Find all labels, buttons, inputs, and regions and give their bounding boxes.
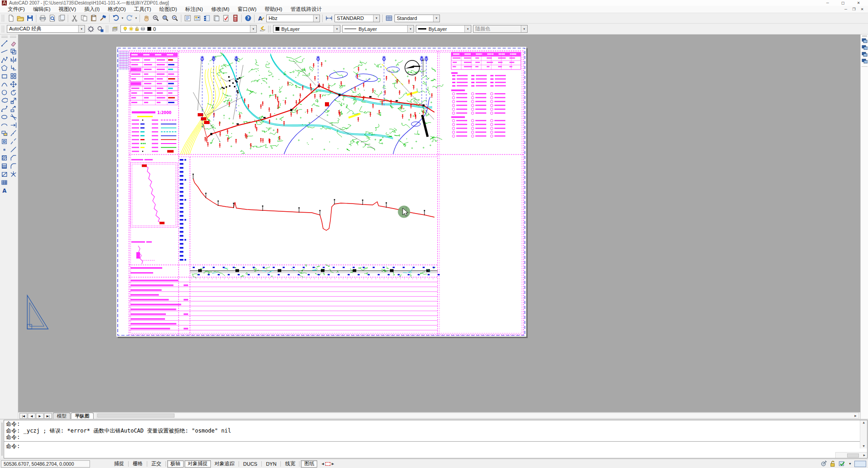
draw-make-block-tool[interactable] [0, 137, 9, 145]
draw-multiline-text-tool[interactable]: A [0, 186, 9, 194]
modify-copy-object-tool[interactable] [9, 47, 18, 55]
toggle-线宽[interactable]: 线宽 [282, 460, 298, 468]
communication-center-icon[interactable] [820, 460, 828, 468]
draw-rectangle-tool[interactable] [0, 72, 9, 80]
viewport-layout-icon[interactable] [862, 38, 868, 44]
table-style-icon[interactable] [384, 14, 394, 23]
modify-mirror-tool[interactable] [9, 55, 18, 64]
doc-restore-button[interactable]: ❐ [850, 6, 858, 13]
draw-polygon-tool[interactable] [0, 64, 9, 72]
menu-item-4[interactable]: 格式(O) [104, 6, 130, 13]
chevron-down-icon[interactable]: ▼ [78, 25, 85, 32]
scroll-right-arrow[interactable]: ▶ [853, 413, 858, 418]
draw-line-tool[interactable] [0, 39, 9, 47]
scroll-down-arrow[interactable]: ▼ [863, 444, 864, 448]
toolbar-grip[interactable] [268, 25, 270, 33]
plot-button[interactable] [38, 14, 47, 23]
menu-item-10[interactable]: 帮助(H) [260, 6, 286, 13]
menu-item-11[interactable]: 管道线路设计 [286, 6, 326, 13]
layer-properties-manager-icon[interactable] [110, 25, 120, 33]
doc-close-button[interactable]: ✕ [858, 6, 866, 13]
layout-next-arrow[interactable]: ▶ [332, 462, 334, 466]
zoomwin-button[interactable] [160, 14, 170, 23]
dim-style-combo[interactable]: STANDARD▼ [334, 15, 380, 22]
modify-move-tool[interactable] [9, 80, 18, 88]
linetype-combo[interactable]: ByLayer ▼ [342, 25, 414, 33]
toolbar-grip[interactable] [106, 25, 108, 33]
chevron-down-icon[interactable]: ▼ [313, 15, 319, 22]
chevron-down-icon[interactable]: ▼ [433, 15, 439, 22]
dim-style-icon[interactable] [324, 14, 334, 23]
draw-construction-line-tool[interactable] [0, 47, 9, 55]
ssm-button[interactable] [211, 14, 221, 23]
layout-prev-arrow[interactable]: ◀ [321, 462, 324, 466]
toggle-图纸[interactable]: 图纸 [301, 460, 317, 468]
coordinates-readout[interactable]: 50536.6707, 50486.2704, 0.0000 [1, 460, 90, 468]
menu-item-7[interactable]: 标注(N) [181, 6, 207, 13]
clean-screen-button[interactable] [854, 461, 866, 467]
viewport-layout-icon[interactable] [862, 52, 868, 57]
layer-on-bulb-icon[interactable] [123, 26, 128, 31]
toggle-栅格[interactable]: 栅格 [130, 460, 145, 468]
maximize-button[interactable]: ▢ [835, 0, 851, 6]
qnew-button[interactable] [6, 14, 15, 23]
tab-layout-pingzongtu[interactable]: 平纵图 [71, 413, 94, 419]
modify-chamfer-tool[interactable] [9, 154, 18, 162]
menu-item-2[interactable]: 视图(V) [55, 6, 80, 13]
save-button[interactable] [25, 14, 35, 23]
last-tab-button[interactable]: ▶| [44, 413, 52, 419]
chevron-down-icon[interactable]: ▼ [373, 15, 379, 22]
lineweight-combo[interactable]: ByLayer ▼ [416, 25, 471, 33]
menu-item-0[interactable]: 文件(F) [4, 6, 29, 13]
minimize-button[interactable]: ─ [820, 0, 835, 6]
color-combo[interactable]: ByLayer ▼ [273, 25, 340, 33]
modify-erase-tool[interactable] [9, 39, 18, 47]
toolbar-grip[interactable] [2, 25, 4, 33]
layer-previous-icon[interactable] [258, 25, 267, 33]
command-history[interactable]: 命令: 命令: _yczj ; 错误: *error* 函数中出错AutoCAD… [4, 420, 867, 442]
menu-item-3[interactable]: 插入(I) [80, 6, 104, 13]
next-tab-button[interactable]: ▶ [36, 413, 44, 419]
modify-explode-tool[interactable] [9, 170, 18, 178]
menu-item-6[interactable]: 绘图(D) [155, 6, 181, 13]
command-vertical-scrollbar[interactable]: ▲▼ [860, 420, 867, 448]
tp-button[interactable] [202, 14, 211, 23]
associated-standards-icon[interactable] [838, 460, 846, 468]
toolbar-grip[interactable] [2, 15, 4, 22]
draw-polyline-tool[interactable] [0, 55, 9, 64]
layer-lock-icon[interactable] [135, 26, 140, 31]
redo-button[interactable] [125, 14, 134, 23]
layer-combo[interactable]: 0 ▼ [120, 25, 257, 33]
help-button[interactable]: ? [243, 14, 253, 23]
props-button[interactable] [183, 14, 192, 23]
chevron-down-icon[interactable]: ▼ [334, 25, 340, 32]
workspace-settings-icon[interactable] [86, 25, 95, 33]
draw-revision-cloud-tool[interactable] [0, 96, 9, 105]
menu-item-9[interactable]: 窗口(W) [234, 6, 261, 13]
modify-stretch-tool[interactable] [9, 105, 18, 113]
modify-rotate-tool[interactable] [9, 88, 18, 96]
horizontal-scrollbar[interactable]: ▶ [96, 413, 859, 418]
draw-region-tool[interactable] [0, 170, 9, 178]
menu-item-5[interactable]: 工具(T) [130, 6, 155, 13]
match-button[interactable] [98, 14, 108, 23]
cut-button[interactable] [70, 14, 79, 23]
draw-gradient-tool[interactable] [0, 162, 9, 170]
draw-ellipse-tool[interactable] [0, 113, 9, 121]
viewport-layout-icon[interactable] [862, 59, 868, 64]
layer-plot-icon[interactable] [140, 26, 145, 31]
paste-button[interactable] [89, 14, 98, 23]
chevron-down-icon[interactable]: ▼ [464, 25, 471, 32]
toggle-极轴[interactable]: 极轴 [167, 460, 184, 468]
tray-settings-arrow[interactable]: ▼ [848, 462, 852, 465]
scrollbar-thumb[interactable] [97, 413, 175, 418]
scroll-up-arrow[interactable]: ▲ [863, 421, 864, 424]
table-style-combo[interactable]: Standard▼ [394, 15, 440, 22]
scrollbar-thumb[interactable] [847, 453, 859, 458]
save-workspace-icon[interactable] [95, 25, 105, 33]
toggle-DYN[interactable]: DYN [263, 460, 279, 468]
modify-trim-tool[interactable] [9, 113, 18, 121]
draw-point-tool[interactable] [0, 145, 9, 154]
draw-circle-tool[interactable] [0, 88, 9, 96]
chevron-down-icon[interactable]: ▼ [250, 25, 256, 32]
